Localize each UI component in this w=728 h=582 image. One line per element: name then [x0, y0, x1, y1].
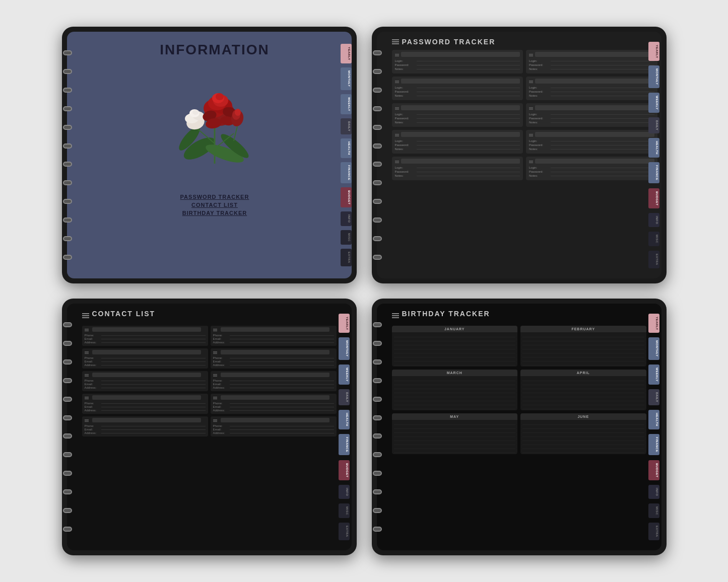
month-label: MAY — [392, 413, 518, 420]
tab-weekly[interactable]: WEEKLY — [341, 94, 352, 114]
tab-weekly[interactable]: WEEKLY — [648, 93, 659, 113]
spiral-ring — [63, 143, 72, 149]
info-link-contact[interactable]: CONTACT LIST — [180, 202, 249, 208]
tab-extra[interactable]: EXTRA — [648, 251, 659, 268]
spiral-ring — [63, 508, 72, 513]
tablet-inner: PASSWORD TRACKER Login: Password: Notes: — [377, 32, 661, 278]
tab-weekly[interactable]: WEEKLY — [648, 365, 659, 385]
tablet-birthday: BIRTHDAY TRACKER JANUARY FEBRUARY — [372, 299, 667, 555]
spiral-ring — [373, 255, 382, 260]
page-header: BIRTHDAY TRACKER — [392, 310, 646, 322]
tab-misc[interactable]: MISC — [341, 230, 352, 245]
spiral-ring — [373, 322, 382, 327]
tab-info[interactable]: INFO — [339, 485, 350, 499]
tab-monthly[interactable]: MONTHLY — [648, 337, 659, 360]
month-april: APRIL — [520, 370, 646, 410]
month-label: MARCH — [392, 370, 518, 376]
spiral-ring — [373, 217, 382, 223]
tab-finance[interactable]: FINANCE — [648, 434, 659, 455]
spiral-ring — [63, 162, 72, 167]
contact-entry: Phone: Email: Address: — [211, 371, 337, 391]
tab-extra[interactable]: EXTRA — [341, 249, 352, 266]
page-title: CONTACT LIST — [92, 310, 156, 318]
page-header: CONTACT LIST — [82, 310, 337, 322]
spiral-ring — [373, 415, 382, 420]
tab-budget[interactable]: BUDGET — [341, 187, 352, 207]
tab-daily[interactable]: DAILY — [339, 389, 350, 405]
tab-info[interactable]: INFO — [341, 211, 352, 226]
tab-weekly[interactable]: WEEKLY — [339, 365, 350, 385]
birthday-page: BIRTHDAY TRACKER JANUARY FEBRUARY — [388, 304, 661, 550]
month-march: MARCH — [392, 370, 518, 410]
tab-info[interactable]: INFO — [648, 213, 659, 227]
tab-monthly[interactable]: MONTHLY — [648, 65, 659, 88]
tab-daily[interactable]: DAILY — [648, 117, 659, 133]
pw-entry: Login: Password: Notes: — [392, 157, 523, 180]
pw-entry: Login: Password: Notes: — [392, 130, 523, 154]
pw-website-field — [529, 79, 654, 85]
spiral-ring — [63, 397, 72, 402]
tab-health[interactable]: HEALTH — [648, 410, 659, 429]
contact-entry: Phone: Email: Address: — [211, 326, 337, 346]
password-grid: Login: Password: Notes: Login: Password:… — [392, 50, 657, 180]
spiral-ring — [373, 433, 382, 439]
tab-health[interactable]: HEALTH — [341, 138, 352, 158]
tab-monthly[interactable]: MONTHLY — [339, 337, 350, 360]
spiral-ring — [63, 433, 72, 439]
tab-budget[interactable]: BUDGET — [648, 460, 659, 480]
pw-notes-label: Notes: — [395, 67, 415, 70]
menu-icon[interactable] — [392, 39, 399, 44]
tab-extra[interactable]: EXTRA — [339, 523, 350, 540]
spiral-ring — [373, 236, 382, 241]
spiral-ring — [63, 180, 72, 185]
flower-illustration — [159, 68, 270, 179]
page-title: BIRTHDAY TRACKER — [402, 310, 490, 318]
info-link-password[interactable]: PASSWORD TRACKER — [180, 194, 249, 200]
spiral-ring — [63, 378, 72, 383]
tab-finance[interactable]: FINANCE — [339, 434, 350, 455]
tab-misc[interactable]: MISC — [339, 503, 350, 518]
contact-entry: Phone: Email: Address: — [211, 348, 337, 369]
menu-icon[interactable] — [392, 313, 399, 318]
tab-yearly[interactable]: YEARLY — [339, 314, 350, 333]
contact-entry: Phone: Email: Address: — [82, 394, 208, 414]
page-title: INFORMATION — [160, 42, 269, 58]
spiral-ring — [373, 452, 382, 457]
pw-website-field — [395, 105, 520, 112]
spiral-ring — [63, 527, 72, 532]
spiral-ring — [63, 125, 72, 130]
info-link-birthday[interactable]: BIRTHDAY TRACKER — [180, 210, 249, 216]
tab-extra[interactable]: EXTRA — [648, 523, 659, 540]
tab-finance[interactable]: FINANCE — [341, 162, 352, 183]
contact-page: CONTACT LIST Phone: Email: Address: — [78, 304, 352, 550]
menu-icon[interactable] — [82, 313, 89, 318]
page-title: PASSWORD TRACKER — [402, 38, 496, 46]
tablet-inner: BIRTHDAY TRACKER JANUARY FEBRUARY — [377, 304, 661, 550]
tablet-information: INFORMATION — [62, 27, 357, 283]
contact-grid: Phone: Email: Address: Phone: Email: Add… — [82, 326, 337, 437]
pw-website-field — [529, 52, 654, 58]
svg-point-25 — [235, 109, 241, 116]
pw-website-field — [395, 159, 520, 165]
tab-finance[interactable]: FINANCE — [648, 162, 659, 183]
pw-website-field — [529, 105, 654, 112]
pw-website-field — [529, 159, 654, 165]
tab-misc[interactable]: MISC — [648, 232, 659, 246]
contact-entry: Phone: Email: Address: — [82, 326, 208, 346]
contact-entry: Phone: Email: Address: — [211, 394, 337, 414]
tab-daily[interactable]: DAILY — [341, 118, 352, 134]
tab-budget[interactable]: BUDGET — [339, 460, 350, 480]
tab-monthly[interactable]: MONTHLY — [341, 67, 352, 90]
tab-yearly[interactable]: YEARLY — [341, 44, 352, 63]
tab-health[interactable]: HEALTH — [339, 410, 350, 429]
spiral-ring — [373, 50, 382, 55]
spiral-ring — [63, 322, 72, 327]
tab-misc[interactable]: MISC — [648, 503, 659, 518]
tab-yearly[interactable]: YEARLY — [648, 42, 659, 61]
tab-daily[interactable]: DAILY — [648, 389, 659, 405]
tab-budget[interactable]: BUDGET — [648, 188, 659, 208]
tab-info[interactable]: INFO — [648, 485, 659, 499]
tab-yearly[interactable]: YEARLY — [648, 314, 659, 333]
spiral-ring — [373, 162, 382, 167]
tab-health[interactable]: HEALTH — [648, 138, 659, 158]
